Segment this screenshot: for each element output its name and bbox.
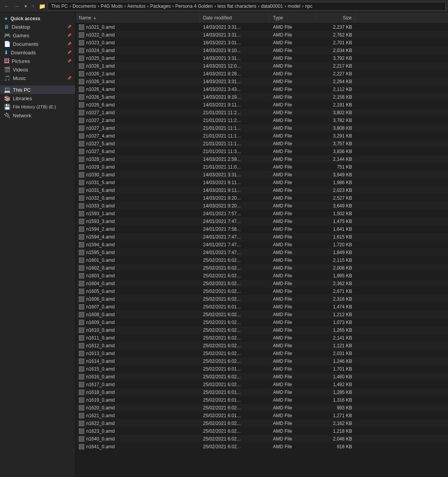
file-name: n1021_0.amd [86,24,115,30]
col-header-date[interactable]: Date modified [200,12,270,23]
file-size: 1,285 KB [333,390,352,395]
table-row[interactable]: n1640_0.amd 25/02/2021 6:02... AMD File … [76,435,448,443]
breadcrumb-data00001[interactable]: data00001 [261,3,283,9]
sidebar-item-libraries[interactable]: 📚 Libraries [0,94,75,103]
table-row[interactable]: n1028_0.amd 14/03/2021 2:59... AMD File … [76,155,448,163]
sidebar-item-documents[interactable]: 📄 Documents 📌 [0,40,75,48]
address-bar[interactable]: This PC › Documents › P4G Mods › Aemulus… [48,2,446,10]
breadcrumb-aemulus[interactable]: Aemulus [127,3,146,9]
sort-arrow-name: ▲ [93,16,97,20]
dropdown-button[interactable]: ▾ [23,2,29,10]
table-row[interactable]: n1594_2.amd 24/01/2021 7:58... AMD File … [76,225,448,233]
sidebar-item-music[interactable]: 🎵 Music 📌 [0,74,75,82]
breadcrumb-p4gmods[interactable]: P4G Mods [101,3,123,9]
table-row[interactable]: n1593_3.amd 24/01/2021 7:47... AMD File … [76,218,448,225]
table-row[interactable]: n1621_0.amd 25/02/2021 6:01... AMD File … [76,412,448,420]
table-row[interactable]: n1616_0.amd 25/02/2021 6:02... AMD File … [76,373,448,381]
breadcrumb-documents[interactable]: Documents [73,3,96,9]
table-row[interactable]: n1618_0.amd 25/02/2021 6:01... AMD File … [76,388,448,396]
table-row[interactable]: n1027_1.amd 21/01/2021 11:2... AMD File … [76,109,448,117]
breadcrumb-model[interactable]: model [288,3,300,9]
table-row[interactable]: n1025_0.amd 14/03/2021 3:31... AMD File … [76,54,448,62]
table-row[interactable]: n1607_0.amd 25/02/2021 6:01... AMD File … [76,303,448,311]
sidebar-item-games[interactable]: 🎮 Games 📌 [0,31,75,40]
breadcrumb-packages[interactable]: Packages [150,3,171,9]
table-row[interactable]: n1027_6.amd 21/01/2021 11:3... AMD File … [76,148,448,155]
table-row[interactable]: n1617_0.amd 25/02/2021 6:02... AMD File … [76,381,448,388]
table-row[interactable]: n1027_4.amd 21/01/2021 11:1... AMD File … [76,132,448,140]
table-row[interactable]: n1027_5.amd 21/01/2021 11:1... AMD File … [76,140,448,148]
table-row[interactable]: n1031_5.amd 14/03/2021 9:11... AMD File … [76,179,448,186]
table-row[interactable]: n1032_0.amd 14/03/2021 9:20... AMD File … [76,194,448,202]
breadcrumb-persona4golden[interactable]: Persona 4 Golden [175,3,213,9]
table-row[interactable]: n1027_3.amd 21/01/2021 11:1... AMD File … [76,124,448,132]
file-date: 24/01/2021 7:58... [203,226,241,232]
sidebar-item-filehistory[interactable]: 💾 File History (2TB) (E:) [0,103,75,111]
table-row[interactable]: n1029_0.amd 21/01/2021 11:0... AMD File … [76,163,448,171]
table-row[interactable]: n1641_0.amd 25/02/2021 6:02... AMD File … [76,443,448,451]
table-row[interactable]: n1613_0.amd 25/02/2021 6:02... AMD File … [76,350,448,357]
file-type: AMD File [273,320,292,325]
file-icon [79,296,84,302]
table-row[interactable]: n1619_0.amd 25/02/2021 6:01... AMD File … [76,396,448,404]
table-row[interactable]: n1593_1.amd 24/01/2021 7:57... AMD File … [76,210,448,218]
sidebar-item-pictures[interactable]: 🖼 Pictures 📌 [0,57,75,65]
col-header-size[interactable]: Size [316,12,355,23]
table-row[interactable]: n1611_0.amd 25/02/2021 6:02... AMD File … [76,334,448,342]
sidebar-divider [0,82,75,85]
table-row[interactable]: n1615_0.amd 25/02/2021 6:01... AMD File … [76,365,448,373]
table-row[interactable]: n1620_0.amd 25/02/2021 6:02... AMD File … [76,404,448,412]
table-row[interactable]: n1603_0.amd 25/02/2021 6:02... AMD File … [76,272,448,280]
breadcrumb-lessflatcharacters[interactable]: less flat characters [217,3,256,9]
file-date-cell: 25/02/2021 6:02... [200,404,270,412]
table-row[interactable]: n1021_0.amd 14/03/2021 3:31... AMD File … [76,23,448,31]
sidebar-item-downloads[interactable]: ⬇ Downloads 📌 [0,48,75,57]
sidebar-item-videos[interactable]: 🎬 Videos [0,65,75,74]
table-row[interactable]: n1623_0.amd 25/02/2021 6:02... AMD File … [76,427,448,435]
back-button[interactable]: ← [2,2,11,10]
file-size: 1,073 KB [333,320,352,325]
file-size-cell: 3,649 KB [316,202,355,210]
table-row[interactable]: n1605_0.amd 25/02/2021 6:02... AMD File … [76,287,448,295]
table-row[interactable]: n1610_0.amd 25/02/2021 6:02... AMD File … [76,326,448,334]
table-row[interactable]: n1594_6.amd 24/01/2021 7:47... AMD File … [76,241,448,249]
table-row[interactable]: n1026_4.amd 14/03/2021 3:43... AMD File … [76,85,448,93]
table-row[interactable]: n1612_0.amd 25/02/2021 6:02... AMD File … [76,342,448,350]
forward-button[interactable]: → [12,2,21,10]
table-row[interactable]: n1604_0.amd 25/02/2021 6:02... AMD File … [76,280,448,287]
table-row[interactable]: n1026_3.amd 14/03/2021 3:31... AMD File … [76,78,448,85]
table-row[interactable]: n1601_0.amd 25/02/2021 6:02... AMD File … [76,256,448,264]
file-date: 14/03/2021 3:31... [203,32,241,38]
up-button[interactable]: ↑ [30,2,36,10]
table-row[interactable]: n1606_0.amd 25/02/2021 6:02... AMD File … [76,295,448,303]
table-row[interactable]: n1026_5.amd 14/03/2021 9:19... AMD File … [76,93,448,101]
breadcrumb-npc[interactable]: npc [305,3,313,9]
table-row[interactable]: n1031_6.amd 14/03/2021 9:11... AMD File … [76,186,448,194]
sidebar-item-network[interactable]: 🔌 Network [0,111,75,120]
file-date-cell: 25/02/2021 6:02... [200,256,270,264]
table-row[interactable]: n1030_0.amd 14/03/2021 3:31... AMD File … [76,171,448,179]
table-row[interactable]: n1608_0.amd 25/02/2021 6:02... AMD File … [76,311,448,319]
sidebar-item-thispc[interactable]: 💻 This PC [0,85,75,94]
table-row[interactable]: n1622_0.amd 25/02/2021 6:02... AMD File … [76,420,448,427]
table-row[interactable]: n1026_1.amd 14/03/2021 12:0... AMD File … [76,62,448,70]
table-row[interactable]: n1026_6.amd 14/03/2021 9:11... AMD File … [76,101,448,109]
table-row[interactable]: n1023_0.amd 16/03/2021 3:01... AMD File … [76,39,448,47]
table-row[interactable]: n1027_2.amd 21/01/2021 11:2... AMD File … [76,117,448,124]
breadcrumb-thispc[interactable]: This PC [51,3,68,9]
table-row[interactable]: n1594_4.amd 24/01/2021 7:47... AMD File … [76,233,448,241]
table-row[interactable]: n1022_0.amd 14/03/2021 3:31... AMD File … [76,31,448,39]
file-type-cell: AMD File [270,256,316,264]
table-row[interactable]: n1609_0.amd 25/02/2021 6:02... AMD File … [76,319,448,326]
table-row[interactable]: n1026_2.amd 14/03/2021 8:28... AMD File … [76,70,448,78]
col-header-name[interactable]: Name ▲ [76,12,200,23]
table-row[interactable]: n1614_0.amd 25/02/2021 6:02... AMD File … [76,357,448,365]
col-header-type[interactable]: Type [270,12,316,23]
table-row[interactable]: n1033_0.amd 14/03/2021 9:20... AMD File … [76,202,448,210]
file-name: n1609_0.amd [86,320,115,325]
file-type-cell: AMD File [270,412,316,420]
table-row[interactable]: n1595_0.amd 24/01/2021 7:47... AMD File … [76,249,448,256]
table-row[interactable]: n1024_0.amd 14/03/2021 9:10... AMD File … [76,47,448,54]
table-row[interactable]: n1602_0.amd 25/02/2021 6:02... AMD File … [76,264,448,272]
sidebar-item-desktop[interactable]: 🖥 Desktop 📌 [0,23,75,31]
